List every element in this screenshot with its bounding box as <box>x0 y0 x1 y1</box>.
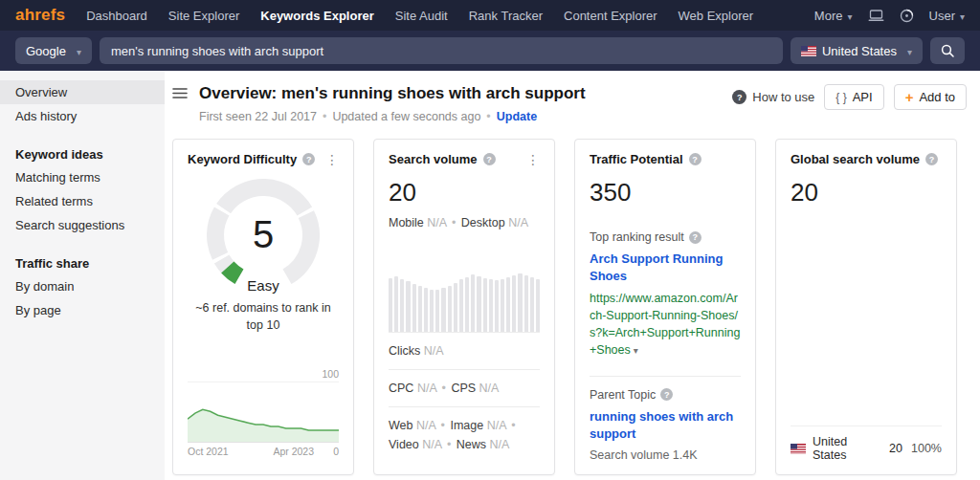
kd-sparkline <box>188 382 339 443</box>
primary-nav: DashboardSite ExplorerKeywords ExplorerS… <box>86 9 753 23</box>
help-icon[interactable] <box>660 388 673 401</box>
country-volume: 20 <box>889 442 902 455</box>
ahrefs-logo[interactable]: ahrefs <box>15 6 65 25</box>
sidebar-item-overview[interactable]: Overview <box>0 80 165 104</box>
top-result-title-link[interactable]: Arch Support Running Shoes <box>590 251 741 284</box>
kd-gauge-green-arc <box>228 268 239 277</box>
bullet-separator <box>445 438 453 451</box>
update-link[interactable]: Update <box>497 110 537 123</box>
search-bar: Google United States <box>0 31 980 71</box>
first-seen-text: First seen 22 Jul 2017 <box>199 110 317 123</box>
nav-item-site-audit[interactable]: Site Audit <box>395 9 448 23</box>
usage-ring-icon[interactable] <box>900 9 914 23</box>
volume-bar-chart <box>389 248 540 332</box>
nav-item-dashboard[interactable]: Dashboard <box>86 9 147 23</box>
api-button[interactable]: API <box>824 84 883 110</box>
engine-label: Google <box>26 44 66 58</box>
spacer <box>791 207 942 425</box>
image-label: Image <box>450 419 483 432</box>
nav-item-rank-tracker[interactable]: Rank Tracker <box>469 9 543 23</box>
nav-item-web-explorer[interactable]: Web Explorer <box>679 9 754 23</box>
help-icon[interactable] <box>689 231 702 244</box>
x-axis-start-label: Oct 2021 <box>188 446 229 457</box>
cps-label: CPS <box>451 382 476 395</box>
chevron-down-icon <box>72 44 81 58</box>
parent-topic-link[interactable]: running shoes with arch support <box>590 408 741 443</box>
bullet-separator <box>450 216 457 229</box>
sidebar-item-search-suggestions[interactable]: Search suggestions <box>0 213 165 237</box>
how-to-use-label: How to use <box>752 90 814 104</box>
volume-bar <box>441 288 445 332</box>
clicks-row: Clicks N/A <box>389 332 540 369</box>
api-label: API <box>853 90 873 104</box>
volume-bar <box>536 279 540 332</box>
search-engine-select[interactable]: Google <box>15 37 92 64</box>
help-icon[interactable] <box>925 153 938 165</box>
volume-bar <box>483 278 487 332</box>
search-volume-card: Search volume 20 Mobile N/A Desktop N/A <box>373 139 555 475</box>
user-menu[interactable]: User <box>929 9 965 23</box>
chevron-down-icon <box>955 9 965 23</box>
plus-icon <box>905 89 920 105</box>
chevron-down-icon[interactable] <box>631 343 638 357</box>
spacer <box>590 207 741 230</box>
news-label: News <box>457 438 486 451</box>
sidebar: OverviewAds historyKeyword ideasMatching… <box>0 71 165 480</box>
keyword-meta: First seen 22 Jul 2017 Updated a few sec… <box>199 110 586 123</box>
country-volume-row[interactable]: United States 20 100% <box>791 425 942 462</box>
volume-bar <box>524 275 528 332</box>
volume-bar <box>518 273 522 332</box>
us-flag-icon <box>801 46 816 56</box>
laptop-icon[interactable] <box>868 10 884 22</box>
parent-topic-volume: Search volume 1.4K <box>590 448 741 462</box>
kd-score: 5 <box>196 214 330 254</box>
country-name: United States <box>813 435 882 462</box>
cpc-label: CPC <box>389 382 413 395</box>
search-button[interactable] <box>930 37 965 64</box>
nav-item-site-explorer[interactable]: Site Explorer <box>168 9 239 23</box>
kd-description: ~6 ref. domains to rank in top 10 <box>188 300 339 334</box>
sidebar-item-by-domain[interactable]: By domain <box>0 274 165 298</box>
add-to-button[interactable]: Add to <box>894 84 967 110</box>
video-label: Video <box>389 438 419 451</box>
nav-item-keywords-explorer[interactable]: Keywords Explorer <box>260 9 374 23</box>
add-to-label: Add to <box>919 90 955 104</box>
sidebar-item-matching-terms[interactable]: Matching terms <box>0 165 165 189</box>
gauge-segment-hard <box>224 187 305 211</box>
top-result-url-link[interactable]: https://www.amazon.com/Arch-Support-Runn… <box>590 290 741 360</box>
kd-history-chart: 100 Oct 2021 Apr 2023 0 <box>188 368 339 462</box>
more-menu[interactable]: More <box>814 9 853 23</box>
sidebar-section-traffic-share: Traffic share <box>0 252 165 274</box>
search-volume-value: 20 <box>389 178 540 207</box>
help-icon[interactable] <box>689 153 702 165</box>
nav-right: More User <box>814 9 965 23</box>
help-icon[interactable] <box>302 153 315 165</box>
more-label: More <box>814 9 843 23</box>
nav-item-content-explorer[interactable]: Content Explorer <box>564 9 657 23</box>
help-icon[interactable] <box>483 153 496 165</box>
clicks-label: Clicks <box>389 344 420 358</box>
cpc-cps-row: CPC N/A CPS N/A <box>389 369 540 406</box>
web-label: Web <box>389 419 412 432</box>
volume-bar <box>389 278 392 332</box>
chevron-down-icon <box>842 9 852 23</box>
kebab-menu-icon[interactable] <box>325 153 339 166</box>
kebab-menu-icon[interactable] <box>526 153 540 166</box>
us-flag-icon <box>791 444 806 454</box>
sidebar-item-related-terms[interactable]: Related terms <box>0 189 165 213</box>
main-panel: Overview: men's running shoes with arch … <box>165 71 980 480</box>
sidebar-item-ads-history[interactable]: Ads history <box>0 104 165 128</box>
hamburger-menu-icon[interactable] <box>172 87 188 99</box>
card-title-row: Traffic Potential <box>590 152 741 166</box>
bullet-separator <box>323 110 326 123</box>
global-volume-value: 20 <box>791 178 942 207</box>
video-value: N/A <box>422 438 441 451</box>
keyword-input[interactable] <box>100 37 783 64</box>
volume-bar <box>459 279 463 332</box>
sidebar-item-by-page[interactable]: By page <box>0 298 165 322</box>
how-to-use-link[interactable]: How to use <box>732 90 814 104</box>
user-label: User <box>929 9 955 23</box>
country-select[interactable]: United States <box>791 37 923 64</box>
card-title: Keyword Difficulty <box>188 152 297 166</box>
serp-types-row: Web N/A Image N/A Video N/A News N/A <box>389 406 540 454</box>
